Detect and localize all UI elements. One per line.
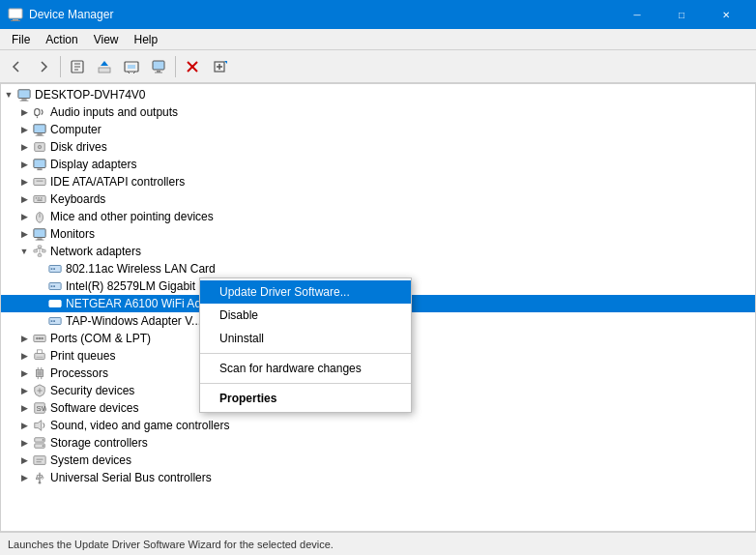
svg-rect-59	[53, 285, 55, 287]
tree-root[interactable]: ▼ DESKTOP-DVH74V0	[1, 86, 755, 103]
expand-icon-print[interactable]: ▶	[16, 348, 32, 364]
back-button[interactable]	[4, 54, 29, 79]
svg-rect-70	[35, 353, 45, 359]
tree-label-usb: Universal Serial Bus controllers	[50, 471, 212, 484]
svg-rect-7	[99, 68, 110, 73]
menu-help[interactable]: Help	[127, 31, 166, 48]
menu-view[interactable]: View	[86, 31, 127, 48]
maximize-button[interactable]: □	[659, 0, 704, 29]
tree-item-system[interactable]: ▶System devices	[1, 452, 755, 469]
ctx-disable[interactable]: Disable	[200, 304, 411, 327]
svg-rect-55	[51, 268, 53, 270]
app-icon	[8, 7, 23, 22]
svg-rect-41	[37, 199, 42, 200]
software-icon: SW	[32, 400, 47, 416]
tree-label-security: Security devices	[50, 384, 134, 397]
display-icon	[32, 157, 47, 172]
tree-label-network: Network adapters	[50, 245, 141, 258]
toolbar-update-button[interactable]	[92, 54, 117, 79]
ctx-update-driver[interactable]: Update Driver Software...	[200, 280, 411, 304]
svg-line-52	[40, 248, 44, 250]
expand-icon-system[interactable]: ▶	[16, 453, 32, 468]
close-button[interactable]: ✕	[704, 0, 748, 29]
tree-item-ide[interactable]: ▶IDE ATA/ATAPI controllers	[1, 173, 755, 190]
tree-item-wifi80211[interactable]: 802.11ac Wireless LAN Card	[1, 260, 755, 278]
svg-rect-37	[34, 196, 45, 203]
svg-rect-47	[38, 246, 42, 248]
expand-icon-usb[interactable]: ▶	[16, 470, 32, 485]
expand-icon-processors[interactable]: ▶	[16, 365, 32, 381]
expand-icon-monitors[interactable]: ▶	[16, 226, 32, 242]
tree-label-monitors: Monitors	[50, 227, 95, 241]
toolbar-scan-button[interactable]	[119, 54, 144, 79]
ctx-uninstall[interactable]: Uninstall	[200, 327, 411, 350]
tree-label-print: Print queues	[50, 349, 115, 363]
tree-item-network[interactable]: ▼Network adapters	[1, 243, 755, 260]
tree-item-display[interactable]: ▶Display adapters	[1, 156, 755, 173]
svg-rect-61	[51, 303, 53, 305]
ctx-scan[interactable]: Scan for hardware changes	[200, 357, 411, 380]
root-expand-icon[interactable]: ▼	[1, 87, 16, 102]
svg-rect-2	[11, 20, 20, 21]
tree-item-keyboards[interactable]: ▶Keyboards	[1, 190, 755, 208]
forward-button[interactable]	[31, 54, 56, 79]
toolbar-remove-button[interactable]	[180, 54, 205, 79]
storage-icon	[32, 435, 47, 451]
svg-rect-10	[128, 65, 135, 69]
tree-label-wifi80211: 802.11ac Wireless LAN Card	[66, 262, 216, 276]
expand-icon-ports[interactable]: ▶	[16, 331, 32, 346]
menu-file[interactable]: File	[4, 31, 38, 48]
expand-icon-display[interactable]: ▶	[16, 157, 32, 172]
tree-label-storage: Storage controllers	[50, 436, 148, 450]
expand-icon-security[interactable]: ▶	[16, 383, 32, 398]
disk-icon	[32, 139, 47, 155]
tree-label-tap: TAP-Windows Adapter V...	[66, 314, 201, 328]
security-icon	[32, 383, 47, 398]
tree-label-ide: IDE ATA/ATAPI controllers	[50, 175, 185, 189]
tree-label-system: System devices	[50, 453, 131, 467]
tree-item-mice[interactable]: ▶Mice and other pointing devices	[1, 208, 755, 225]
minimize-button[interactable]: ─	[615, 0, 659, 29]
expand-icon-software[interactable]: ▶	[16, 400, 32, 416]
audio-icon	[32, 104, 47, 120]
tree-view[interactable]: ▼ DESKTOP-DVH74V0 ▶Audio inputs and outp…	[0, 83, 756, 532]
root-label: DESKTOP-DVH74V0	[35, 88, 146, 102]
computer-icon	[32, 122, 47, 137]
tree-label-computer: Computer	[50, 123, 102, 136]
menu-action[interactable]: Action	[38, 31, 85, 48]
network-icon	[32, 244, 47, 259]
toolbar-add-button[interactable]	[207, 54, 232, 79]
toolbar-computer-button[interactable]	[146, 54, 171, 79]
tree-item-sound[interactable]: ▶Sound, video and game controllers	[1, 417, 755, 434]
expand-icon-storage[interactable]: ▶	[16, 435, 32, 451]
expand-icon-sound[interactable]: ▶	[16, 418, 32, 433]
tree-label-display: Display adapters	[50, 158, 136, 171]
ctx-properties[interactable]: Properties	[200, 387, 411, 410]
svg-marker-83	[35, 421, 42, 431]
svg-point-68	[39, 337, 42, 340]
expand-icon-computer[interactable]: ▶	[16, 122, 32, 137]
tree-item-usb[interactable]: ▶Universal Serial Bus controllers	[1, 469, 755, 486]
svg-rect-88	[34, 456, 45, 465]
tree-label-disk: Disk drives	[50, 140, 107, 154]
svg-point-93	[39, 482, 42, 484]
expand-icon-network[interactable]: ▼	[16, 244, 32, 259]
expand-icon-audio[interactable]: ▶	[16, 104, 32, 120]
tree-label-software: Software devices	[50, 401, 138, 415]
toolbar	[0, 50, 756, 83]
tree-item-audio[interactable]: ▶Audio inputs and outputs	[1, 103, 755, 121]
expand-icon-keyboards[interactable]: ▶	[16, 191, 32, 207]
tree-item-disk[interactable]: ▶Disk drives	[1, 138, 755, 156]
expand-icon-ide[interactable]: ▶	[16, 174, 32, 190]
window-title: Device Manager	[29, 8, 615, 21]
svg-point-86	[43, 439, 44, 441]
tree-item-monitors[interactable]: ▶Monitors	[1, 225, 755, 243]
expand-icon-disk[interactable]: ▶	[16, 139, 32, 155]
toolbar-properties-button[interactable]	[65, 54, 90, 79]
netcard-icon	[47, 296, 63, 311]
svg-rect-25	[35, 109, 40, 116]
tree-item-computer[interactable]: ▶Computer	[1, 121, 755, 138]
tree-item-storage[interactable]: ▶Storage controllers	[1, 434, 755, 452]
expand-icon-mice[interactable]: ▶	[16, 209, 32, 224]
svg-point-67	[36, 337, 39, 340]
